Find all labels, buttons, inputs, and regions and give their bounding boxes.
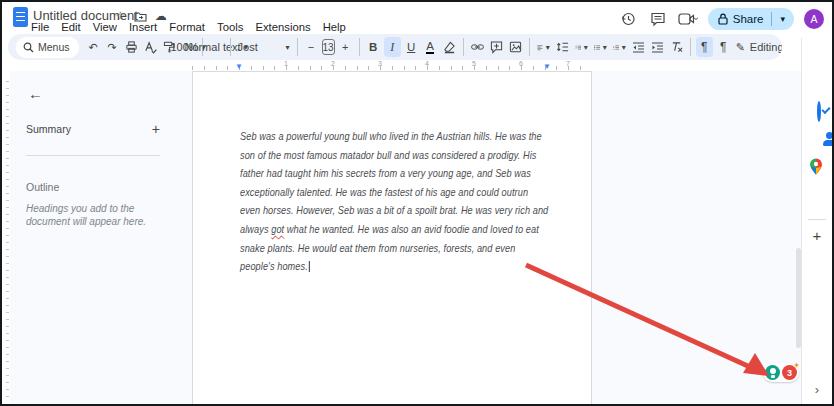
print-button[interactable] xyxy=(123,37,140,57)
summary-label: Summary xyxy=(26,123,71,135)
numbered-list-button[interactable]: 123 ▾ xyxy=(611,37,628,57)
toolbar-separator xyxy=(463,38,464,56)
share-dropdown-icon[interactable]: ▾ xyxy=(777,14,788,24)
panel-divider xyxy=(26,155,160,156)
ruler-number: 7 xyxy=(566,60,570,67)
spell-check-button[interactable] xyxy=(142,37,159,57)
chevron-down-icon: ▾ xyxy=(584,43,588,52)
chevron-down-icon: ▾ xyxy=(622,43,626,52)
toolbar-separator xyxy=(529,38,530,56)
italic-button[interactable]: I xyxy=(384,37,401,57)
maps-icon[interactable] xyxy=(809,158,825,174)
indent-marker-left[interactable]: ▼ xyxy=(235,62,243,71)
paragraph-style-select[interactable]: Normal text ▾ xyxy=(208,37,225,57)
svg-text:3: 3 xyxy=(613,48,615,50)
chevron-down-icon: ▾ xyxy=(286,43,290,52)
notification-extension-icon[interactable]: 3 ✦ xyxy=(782,365,797,380)
text-color-button[interactable]: A xyxy=(422,37,439,57)
vertical-ruler xyxy=(2,71,10,404)
search-icon xyxy=(23,42,34,53)
chevron-down-icon: ▾ xyxy=(603,43,607,52)
decrease-font-size-button[interactable]: − xyxy=(303,37,320,57)
line-spacing-button[interactable] xyxy=(554,37,571,57)
close-outline-icon[interactable]: ← xyxy=(28,85,43,102)
extension-badges[interactable]: 3 ✦ xyxy=(763,363,799,382)
checklist-button[interactable]: ▾ xyxy=(573,37,590,57)
toolbar-separator xyxy=(297,38,298,56)
menus-label: Menus xyxy=(38,41,70,53)
toolbar: Menus ↶ ↷ 100% ▾ Normal text ▾ Jost ▾ − … xyxy=(8,34,782,60)
version-history-icon[interactable] xyxy=(618,9,638,29)
move-folder-icon[interactable] xyxy=(134,11,147,22)
menu-tools[interactable]: Tools xyxy=(217,21,243,33)
editing-mode-select[interactable]: ✎ Editing ▾ xyxy=(734,37,782,57)
share-divider xyxy=(771,12,772,26)
text-cursor xyxy=(309,261,310,272)
docs-logo-icon[interactable] xyxy=(13,7,28,27)
header: Untitled document ☆ ☁ File Edit View Ins… xyxy=(2,2,832,34)
ruler-number: 2 xyxy=(331,60,335,67)
add-summary-button[interactable]: + xyxy=(152,121,160,137)
menu-edit[interactable]: Edit xyxy=(61,21,80,33)
menu-file[interactable]: File xyxy=(31,21,49,33)
menu-bar: File Edit View Insert Format Tools Exten… xyxy=(31,21,346,33)
share-button[interactable]: Share ▾ xyxy=(708,8,794,30)
text-direction-rtl-button[interactable]: ¶ xyxy=(715,37,732,57)
bulleted-list-button[interactable]: ▾ xyxy=(592,37,609,57)
search-menus-button[interactable]: Menus xyxy=(16,37,79,58)
decrease-indent-button[interactable] xyxy=(630,37,647,57)
menu-extensions[interactable]: Extensions xyxy=(255,21,310,33)
align-button[interactable]: ▾ xyxy=(535,37,552,57)
side-panel: + › xyxy=(802,38,832,404)
insert-link-button[interactable] xyxy=(469,37,486,57)
ruler-ticks xyxy=(192,66,592,70)
document-page[interactable]: Seb was a powerful young bull who lived … xyxy=(192,71,592,406)
increase-indent-button[interactable] xyxy=(649,37,666,57)
lightbulb-extension-icon[interactable] xyxy=(765,365,780,380)
outline-hint-text: Headings you add to the document will ap… xyxy=(26,202,154,228)
toolbar-separator xyxy=(359,38,360,56)
insert-image-button[interactable] xyxy=(507,37,524,57)
increase-font-size-button[interactable]: + xyxy=(337,37,354,57)
paragraph-text: what he wanted. He was also an avid food… xyxy=(240,223,539,272)
toolbar-separator xyxy=(690,38,691,56)
comments-icon[interactable] xyxy=(648,9,668,29)
sparkle-icon: ✦ xyxy=(793,361,800,370)
indent-marker-right[interactable]: ▼ xyxy=(543,62,551,71)
redo-button[interactable]: ↷ xyxy=(104,37,121,57)
ruler-number: 5 xyxy=(472,60,476,67)
font-select[interactable]: Jost ▾ xyxy=(236,37,292,57)
style-value: Normal text xyxy=(184,41,240,53)
flagged-word[interactable]: got xyxy=(271,223,284,235)
workspace: ← Summary + Outline Headings you add to … xyxy=(10,71,804,404)
editing-label: Editing xyxy=(750,41,782,53)
clear-formatting-button[interactable] xyxy=(668,37,685,57)
font-value: Jost xyxy=(238,41,258,53)
google-docs-window: Untitled document ☆ ☁ File Edit View Ins… xyxy=(0,0,834,406)
menu-view[interactable]: View xyxy=(93,21,117,33)
bold-button[interactable]: B xyxy=(365,37,382,57)
undo-button[interactable]: ↶ xyxy=(85,37,102,57)
add-comment-button[interactable] xyxy=(488,37,505,57)
meet-video-icon[interactable] xyxy=(678,9,698,29)
chevron-down-icon: ▾ xyxy=(546,43,550,52)
highlight-color-button[interactable] xyxy=(441,37,458,57)
font-size-input[interactable]: 13 xyxy=(322,39,335,55)
side-panel-icon-divider xyxy=(808,219,826,220)
get-addons-button[interactable]: + xyxy=(802,227,832,244)
document-paragraph[interactable]: Seb was a powerful young bull who lived … xyxy=(240,127,549,276)
menu-help[interactable]: Help xyxy=(323,21,346,33)
underline-button[interactable]: U xyxy=(403,37,420,57)
account-avatar[interactable]: A xyxy=(804,9,824,29)
horizontal-ruler[interactable]: 1 2 3 4 5 6 7 ▼ ▼ xyxy=(10,60,798,71)
share-label: Share xyxy=(733,13,764,25)
tasks-icon[interactable] xyxy=(817,101,821,122)
lock-icon xyxy=(718,13,728,25)
menu-format[interactable]: Format xyxy=(169,21,205,33)
paragraph-text: Seb was a powerful young bull who lived … xyxy=(240,130,548,235)
menu-insert[interactable]: Insert xyxy=(129,21,157,33)
text-direction-ltr-button[interactable]: ¶ xyxy=(696,37,713,57)
toolbar-separator xyxy=(230,38,231,56)
hide-side-panel-chevron[interactable]: › xyxy=(802,382,832,397)
outline-panel: ← Summary + Outline Headings you add to … xyxy=(14,71,174,404)
